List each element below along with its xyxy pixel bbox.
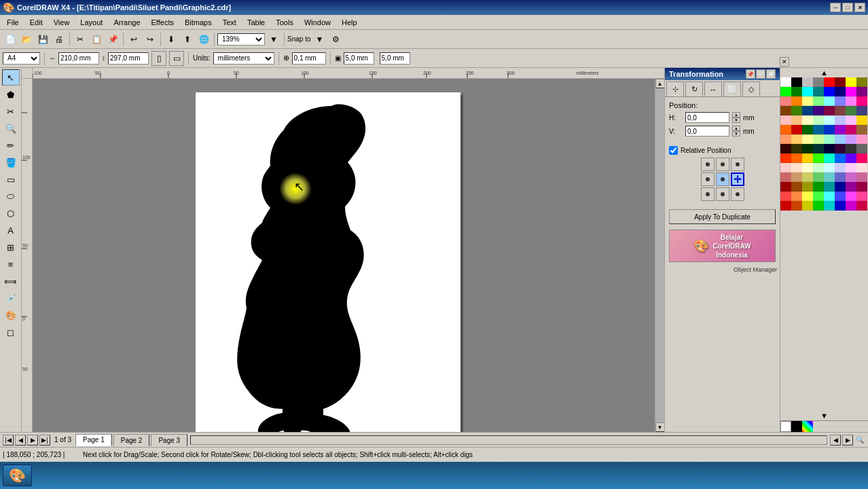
swatch-5-3[interactable] — [813, 125, 824, 134]
swatch-10-3[interactable] — [813, 173, 824, 182]
v-spinner[interactable]: ▲ ▼ — [732, 126, 740, 137]
palette-scroll-down[interactable]: ▼ — [780, 411, 868, 420]
pos-cell-ml[interactable] — [701, 173, 715, 186]
swatch-7-0[interactable] — [780, 144, 791, 153]
menu-effects[interactable]: Effects — [146, 17, 179, 28]
zoom-icon[interactable]: 🔍 — [854, 436, 865, 443]
redo-button[interactable]: ↪ — [143, 32, 158, 47]
size1-input[interactable] — [344, 52, 374, 65]
page-last-button[interactable]: ▶| — [39, 435, 50, 446]
swatch-3-7[interactable] — [856, 106, 867, 115]
tab-position[interactable]: ⊹ — [666, 82, 684, 96]
swatch-1-0[interactable] — [780, 87, 791, 96]
apply-to-duplicate-button[interactable]: Apply To Duplicate — [669, 209, 776, 224]
swatch-6-1[interactable] — [791, 134, 802, 144]
portrait-button[interactable]: ▯ — [151, 51, 166, 66]
menu-file[interactable]: File — [1, 17, 24, 28]
ellipse-tool[interactable]: ⬭ — [2, 188, 20, 204]
nudge-input[interactable] — [292, 52, 326, 65]
swatch-12-4[interactable] — [824, 192, 835, 201]
canvas-page[interactable] — [196, 92, 460, 432]
fill-tool[interactable]: 🎨 — [2, 307, 20, 323]
swatch-5-5[interactable] — [835, 125, 846, 134]
swatch-2-0[interactable] — [780, 96, 791, 106]
scroll-right-button[interactable]: ▶ — [842, 435, 853, 446]
page-tab-3[interactable]: Page 3 — [151, 434, 187, 446]
page-tab-1[interactable]: Page 1 — [75, 434, 112, 446]
swatch-3-4[interactable] — [824, 106, 835, 115]
h-spin-down[interactable]: ▼ — [732, 117, 740, 123]
swatch-8-6[interactable] — [846, 153, 856, 163]
swatch-12-0[interactable] — [780, 192, 791, 201]
relative-position-checkbox[interactable] — [669, 146, 678, 155]
swatch-11-7[interactable] — [856, 182, 867, 192]
swatch-9-4[interactable] — [824, 163, 835, 173]
swatch-1-1[interactable] — [791, 87, 802, 96]
swatch-7-1[interactable] — [791, 144, 802, 153]
swatch-8-3[interactable] — [813, 153, 824, 163]
swatch-4-4[interactable] — [824, 115, 835, 125]
swatch-9-3[interactable] — [813, 163, 824, 173]
menu-help[interactable]: Help — [336, 17, 363, 28]
tab-scale[interactable]: ↔ — [704, 82, 722, 96]
page-width-input[interactable] — [58, 52, 99, 65]
scroll-track[interactable] — [655, 88, 665, 422]
undo-button[interactable]: ↩ — [126, 32, 141, 47]
panel-min-button[interactable]: ─ — [756, 69, 765, 79]
pos-cell-mc[interactable] — [716, 173, 729, 186]
swatch-6-5[interactable] — [835, 134, 846, 144]
swatch-2-7[interactable] — [856, 96, 867, 106]
swatch-13-2[interactable] — [802, 201, 813, 211]
swatch-4-0[interactable] — [780, 115, 791, 125]
swatch-3-5[interactable] — [835, 106, 846, 115]
size2-input[interactable] — [380, 52, 410, 65]
horizontal-scrollbar[interactable] — [190, 435, 827, 445]
swatch-6-0[interactable] — [780, 134, 791, 144]
swatch-11-6[interactable] — [846, 182, 856, 192]
swatch-0-1[interactable] — [791, 77, 802, 87]
swatch-4-7[interactable] — [856, 115, 867, 125]
swatch-11-3[interactable] — [813, 182, 824, 192]
swatch-5-7[interactable] — [856, 125, 867, 134]
swatch-3-6[interactable] — [846, 106, 856, 115]
scroll-left-button[interactable]: ◀ — [830, 435, 841, 446]
swatch-8-2[interactable] — [802, 153, 813, 163]
pos-cell-bl[interactable] — [701, 187, 715, 201]
swatch-5-4[interactable] — [824, 125, 835, 134]
swatch-13-6[interactable] — [846, 201, 856, 211]
swatch-10-4[interactable] — [824, 173, 835, 182]
menu-table[interactable]: Table — [242, 17, 270, 28]
menu-view[interactable]: View — [48, 17, 75, 28]
page-first-button[interactable]: |◀ — [3, 435, 14, 446]
swatch-1-6[interactable] — [846, 87, 856, 96]
swatch-8-4[interactable] — [824, 153, 835, 163]
pos-cell-tl[interactable] — [701, 158, 715, 171]
snap-dropdown[interactable]: ▼ — [312, 32, 327, 47]
swatch-3-1[interactable] — [791, 106, 802, 115]
swatch-6-3[interactable] — [813, 134, 824, 144]
swatch-7-2[interactable] — [802, 144, 813, 153]
swatch-12-2[interactable] — [802, 192, 813, 201]
swatch-7-3[interactable] — [813, 144, 824, 153]
canvas-scroll[interactable]: ↖ — [33, 79, 655, 432]
swatch-7-4[interactable] — [824, 144, 835, 153]
swatch-2-6[interactable] — [846, 96, 856, 106]
swatch-9-1[interactable] — [791, 163, 802, 173]
print-button[interactable]: 🖨 — [52, 32, 67, 47]
page-prev-button[interactable]: ◀ — [15, 435, 26, 446]
swatch-9-7[interactable] — [856, 163, 867, 173]
panel-close-x[interactable]: ✕ — [780, 57, 789, 67]
swatch-13-3[interactable] — [813, 201, 824, 211]
copy-button[interactable]: 📋 — [89, 32, 104, 47]
swatch-12-3[interactable] — [813, 192, 824, 201]
zoom-select[interactable]: 139% — [217, 33, 265, 46]
swatch-10-7[interactable] — [856, 173, 867, 182]
swatch-13-4[interactable] — [824, 201, 835, 211]
import-button[interactable]: ⬇ — [164, 32, 179, 47]
blend-tool[interactable]: ⟺ — [2, 273, 20, 289]
swatch-0-4[interactable] — [824, 77, 835, 87]
swatch-10-2[interactable] — [802, 173, 813, 182]
swatch-6-7[interactable] — [856, 134, 867, 144]
swatch-5-1[interactable] — [791, 125, 802, 134]
export-button[interactable]: ⬆ — [180, 32, 195, 47]
